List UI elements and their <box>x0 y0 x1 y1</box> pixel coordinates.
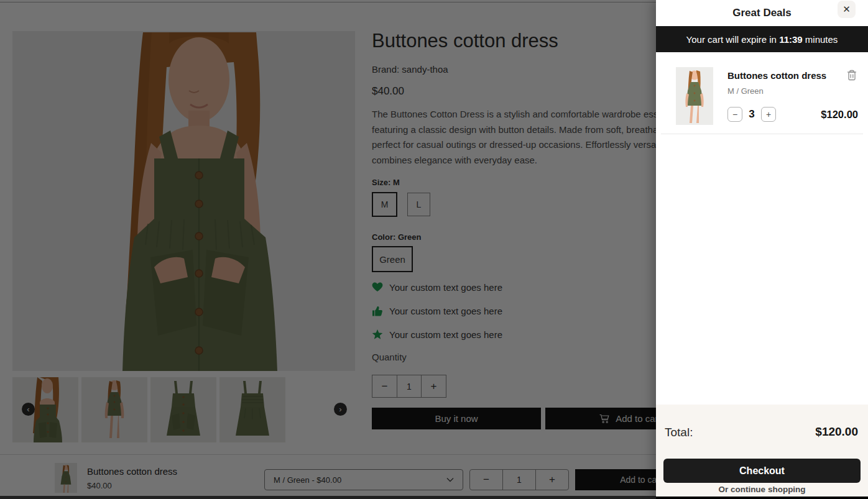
continue-shopping-link[interactable]: Or continue shopping <box>656 485 868 494</box>
cart-expire-banner: Your cart will expire in 11:39 minutes <box>656 26 868 52</box>
cart-item-variant: M / Green <box>727 86 764 96</box>
cart-drawer-title: Great Deals <box>732 7 792 19</box>
remove-item-button[interactable] <box>846 70 857 82</box>
close-icon: ✕ <box>843 4 851 14</box>
cart-item-divider <box>661 134 863 134</box>
cart-item-price: $120.00 <box>821 109 858 121</box>
cart-expire-time: 11:39 <box>779 34 803 45</box>
checkout-button[interactable]: Checkout <box>663 459 861 483</box>
page: ‹ › Buttones cotton dress Brand: sandy-t… <box>0 0 868 499</box>
cart-total-value: $120.00 <box>815 425 858 439</box>
cart-item-increase-button[interactable]: + <box>761 107 776 122</box>
cart-footer: Total: $120.00 Checkout Or continue shop… <box>656 405 868 497</box>
cart-item-title: Buttones cotton dress <box>727 70 843 81</box>
cart-drawer: Great Deals ✕ Your cart will expire in 1… <box>656 0 868 499</box>
cart-total-label: Total: <box>665 426 693 439</box>
cart-drawer-header: Great Deals <box>656 0 868 26</box>
cart-close-button[interactable]: ✕ <box>838 1 856 18</box>
cart-item-thumbnail <box>676 67 713 125</box>
trash-icon <box>847 70 857 81</box>
drawer-bottom-strip <box>656 497 868 499</box>
cart-item-decrease-button[interactable]: − <box>727 107 742 122</box>
cart-item-quantity: 3 <box>744 108 760 121</box>
